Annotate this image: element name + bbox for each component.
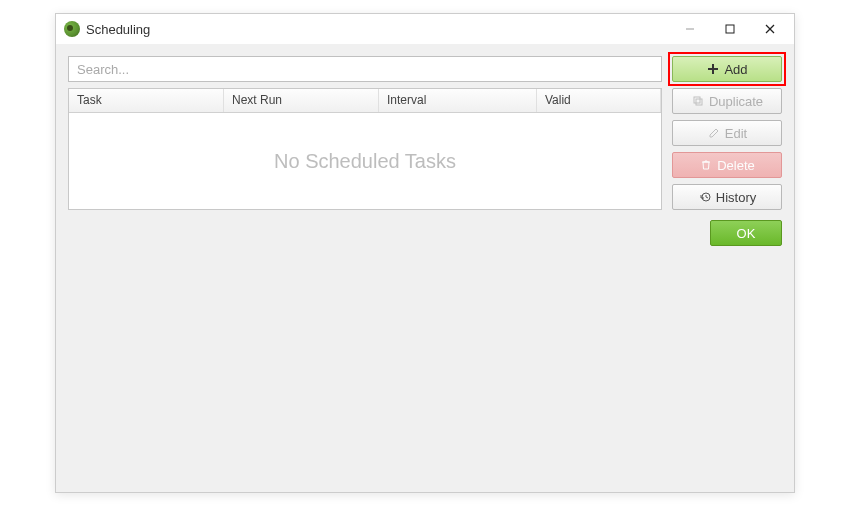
add-highlight: Add <box>668 52 786 86</box>
ok-button[interactable]: OK <box>710 220 782 246</box>
history-label: History <box>716 190 756 205</box>
footer: OK <box>68 210 782 246</box>
task-table: Task Next Run Interval Valid No Schedule… <box>68 88 662 210</box>
table-body: No Scheduled Tasks <box>69 113 661 209</box>
content-area: Task Next Run Interval Valid No Schedule… <box>56 44 794 492</box>
window-controls <box>670 15 790 43</box>
column-valid[interactable]: Valid <box>537 89 661 112</box>
maximize-icon <box>724 23 736 35</box>
window-title: Scheduling <box>86 22 670 37</box>
titlebar: Scheduling <box>56 14 794 44</box>
edit-label: Edit <box>725 126 747 141</box>
duplicate-button[interactable]: Duplicate <box>672 88 782 114</box>
plus-icon <box>706 62 720 76</box>
delete-label: Delete <box>717 158 755 173</box>
maximize-button[interactable] <box>710 15 750 43</box>
svg-rect-6 <box>694 97 700 103</box>
scheduling-window: Scheduling Task Next Run Interval <box>55 13 795 493</box>
empty-message: No Scheduled Tasks <box>274 150 456 173</box>
edit-icon <box>707 126 721 140</box>
app-icon <box>64 21 80 37</box>
table-header: Task Next Run Interval Valid <box>69 89 661 113</box>
close-button[interactable] <box>750 15 790 43</box>
column-next-run[interactable]: Next Run <box>224 89 379 112</box>
trash-icon <box>699 158 713 172</box>
add-button[interactable]: Add <box>672 56 782 82</box>
history-icon <box>698 190 712 204</box>
right-column: Add Duplicate Edit Delete History <box>672 56 782 210</box>
minimize-icon <box>684 23 696 35</box>
history-button[interactable]: History <box>672 184 782 210</box>
close-icon <box>764 23 776 35</box>
main-row: Task Next Run Interval Valid No Schedule… <box>68 56 782 210</box>
svg-rect-7 <box>696 99 702 105</box>
duplicate-label: Duplicate <box>709 94 763 109</box>
duplicate-icon <box>691 94 705 108</box>
column-interval[interactable]: Interval <box>379 89 537 112</box>
delete-button[interactable]: Delete <box>672 152 782 178</box>
add-label: Add <box>724 62 747 77</box>
column-task[interactable]: Task <box>69 89 224 112</box>
search-input[interactable] <box>68 56 662 82</box>
svg-rect-1 <box>726 25 734 33</box>
minimize-button[interactable] <box>670 15 710 43</box>
edit-button[interactable]: Edit <box>672 120 782 146</box>
left-column: Task Next Run Interval Valid No Schedule… <box>68 56 662 210</box>
